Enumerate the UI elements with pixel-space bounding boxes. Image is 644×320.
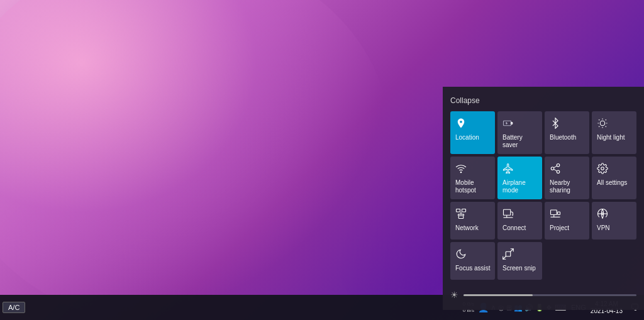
nearby-sharing-icon <box>550 163 561 177</box>
vpn-icon <box>597 208 608 222</box>
focus-assist-icon <box>455 248 467 262</box>
svg-rect-34 <box>558 212 560 215</box>
tile-focus-assist[interactable]: Focus assist <box>450 242 495 280</box>
svg-point-5 <box>600 121 605 126</box>
battery-saver-icon <box>502 118 514 131</box>
bluetooth-icon <box>550 118 561 131</box>
svg-rect-23 <box>458 216 464 219</box>
brightness-control: ☀ <box>450 287 636 302</box>
tile-project[interactable]: Project <box>545 202 589 240</box>
tile-connect[interactable]: Connect <box>497 202 542 240</box>
tile-bluetooth[interactable]: Bluetooth <box>545 111 589 154</box>
collapse-button[interactable]: Collapse <box>450 96 480 105</box>
svg-point-20 <box>601 167 604 170</box>
ac-button[interactable]: A/C <box>3 302 25 313</box>
all-settings-icon <box>597 163 608 177</box>
tile-network-label: Network <box>455 224 479 232</box>
action-center-panel: Collapse Location Battery saver Bluetoot… <box>443 87 644 310</box>
tile-battery-saver-label: Battery saver <box>502 134 538 149</box>
svg-point-15 <box>557 164 560 167</box>
connect-icon <box>502 208 514 222</box>
svg-line-19 <box>553 166 557 168</box>
svg-rect-22 <box>462 209 466 212</box>
tile-location-label: Location <box>455 134 479 141</box>
svg-line-12 <box>599 126 599 127</box>
svg-line-8 <box>599 119 599 120</box>
tile-vpn[interactable]: VPN <box>592 202 636 240</box>
svg-point-14 <box>460 172 462 173</box>
tile-all-settings-label: All settings <box>597 179 627 187</box>
svg-rect-28 <box>504 209 511 215</box>
tile-location[interactable]: Location <box>450 111 495 154</box>
svg-rect-1 <box>511 123 513 124</box>
tile-all-settings[interactable]: All settings <box>592 157 636 199</box>
tile-screen-snip-label: Screen snip <box>502 265 536 272</box>
tile-vpn-label: VPN <box>597 224 610 232</box>
tile-night-light-label: Night light <box>597 134 625 141</box>
quick-tiles-grid: Location Battery saver Bluetooth Night l… <box>450 111 636 280</box>
tile-connect-label: Connect <box>502 224 526 232</box>
svg-line-9 <box>606 126 606 127</box>
taskbar-left: A/C <box>0 302 463 313</box>
svg-point-16 <box>551 167 554 170</box>
tile-airplane-mode-label: Airplane mode <box>502 179 538 194</box>
tile-airplane-mode[interactable]: Airplane mode <box>497 157 542 199</box>
network-icon <box>455 208 467 222</box>
project-icon <box>550 208 561 222</box>
tile-nearby-sharing[interactable]: Nearby sharing <box>545 157 589 199</box>
tile-mobile-hotspot-label: Mobile hotspot <box>455 179 491 194</box>
svg-line-18 <box>553 169 557 171</box>
brightness-slider[interactable] <box>464 294 636 296</box>
tile-nearby-sharing-label: Nearby sharing <box>550 179 586 194</box>
tile-bluetooth-label: Bluetooth <box>550 134 576 141</box>
svg-rect-31 <box>551 210 557 215</box>
mobile-hotspot-icon <box>455 163 467 177</box>
tile-focus-assist-label: Focus assist <box>455 265 491 272</box>
brightness-icon: ☀ <box>450 290 458 300</box>
brightness-fill <box>464 294 533 296</box>
screen-snip-icon <box>502 248 514 262</box>
location-icon <box>455 118 467 131</box>
tile-project-label: Project <box>550 224 569 232</box>
airplane-mode-icon <box>502 163 514 177</box>
tile-mobile-hotspot[interactable]: Mobile hotspot <box>450 157 495 199</box>
tile-night-light[interactable]: Night light <box>592 111 636 154</box>
tile-screen-snip[interactable]: Screen snip <box>497 242 542 280</box>
night-light-icon <box>597 118 608 131</box>
svg-line-13 <box>606 119 606 120</box>
svg-rect-39 <box>506 251 511 257</box>
tile-network[interactable]: Network <box>450 202 495 240</box>
svg-rect-21 <box>457 209 460 212</box>
svg-point-17 <box>557 170 560 174</box>
tile-battery-saver[interactable]: Battery saver <box>497 111 542 154</box>
